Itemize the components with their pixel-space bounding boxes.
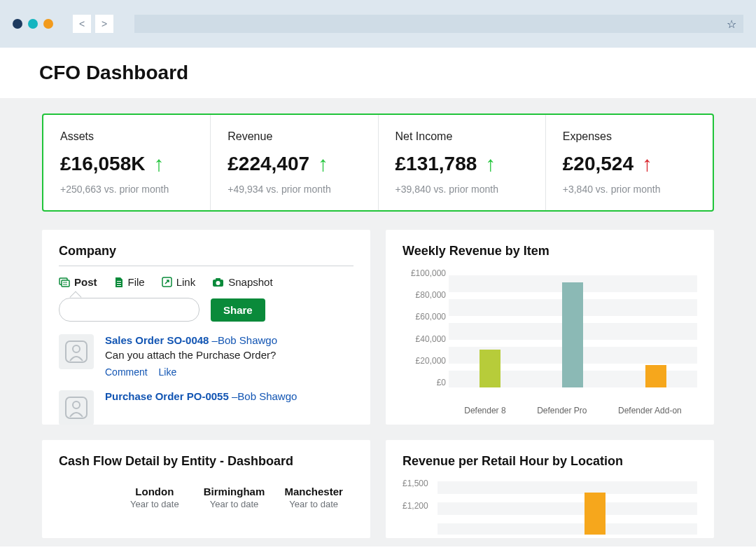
window-dot-icon bbox=[43, 19, 53, 29]
table-column-subheader: Year to date bbox=[115, 499, 195, 509]
kpi-card-expenses: Expenses £20,524 ↑ +3,840 vs. prior mont… bbox=[546, 115, 713, 210]
kpi-value: £224,407 bbox=[227, 153, 309, 175]
post-input[interactable] bbox=[59, 298, 200, 322]
kpi-subtext: +250,663 vs. prior month bbox=[60, 184, 193, 195]
kpi-subtext: +3,840 vs. prior month bbox=[563, 184, 696, 195]
window-dot-icon bbox=[28, 19, 38, 29]
svg-point-14 bbox=[73, 401, 80, 408]
arrow-up-icon: ↑ bbox=[642, 153, 652, 174]
tab-link[interactable]: Link bbox=[162, 276, 196, 288]
window-dot-icon bbox=[13, 19, 22, 29]
window-dots bbox=[13, 19, 53, 29]
revenue-per-hour-chart: £1,500 £1,200 bbox=[402, 479, 697, 535]
svg-rect-4 bbox=[117, 281, 121, 282]
kpi-subtext: +39,840 vs. prior month bbox=[396, 184, 528, 195]
feed-item-author[interactable]: –Bob Shawgo bbox=[212, 334, 277, 346]
feed-tabs: Post File Link bbox=[59, 276, 354, 288]
tab-label: Link bbox=[176, 276, 196, 288]
chart-bar bbox=[562, 282, 583, 387]
tab-file[interactable]: File bbox=[114, 276, 145, 288]
arrow-up-icon: ↑ bbox=[153, 153, 164, 174]
kpi-value: £16,058K bbox=[60, 153, 145, 175]
feed-item: Sales Order SO-0048 –Bob Shawgo Can you … bbox=[59, 334, 354, 378]
revenue-per-hour-panel: Revenue per Retail Hour by Location £1,5… bbox=[386, 440, 714, 538]
panel-title: Weekly Revenue by Item bbox=[402, 244, 697, 259]
company-panel: Company Post File bbox=[42, 230, 370, 425]
nav-buttons: < > bbox=[73, 15, 113, 33]
chart-y-tick: £1,200 bbox=[402, 501, 428, 511]
share-button[interactable]: Share bbox=[211, 298, 265, 322]
feed-item-text: Can you attach the Purchase Order? bbox=[105, 349, 354, 361]
svg-point-12 bbox=[73, 345, 80, 352]
kpi-subtext: +49,934 vs. prior month bbox=[227, 184, 360, 195]
chart-x-tick: Defender Add-on bbox=[618, 406, 682, 415]
kpi-label: Net Income bbox=[396, 130, 528, 143]
kpi-value: £131,788 bbox=[396, 153, 477, 175]
svg-rect-1 bbox=[62, 280, 69, 287]
arrow-up-icon: ↑ bbox=[485, 153, 496, 174]
chart-x-tick: Defender 8 bbox=[464, 406, 505, 415]
kpi-label: Expenses bbox=[563, 130, 696, 143]
tab-label: Post bbox=[74, 276, 97, 288]
table-column-subheader: Year to date bbox=[274, 499, 354, 509]
tab-snapshot[interactable]: Snapshot bbox=[212, 276, 272, 288]
svg-rect-6 bbox=[117, 285, 121, 286]
content-area: Assets £16,058K ↑ +250,663 vs. prior mon… bbox=[0, 98, 756, 546]
avatar-icon bbox=[59, 390, 94, 425]
kpi-card-revenue: Revenue £224,407 ↑ +49,934 vs. prior mon… bbox=[211, 115, 378, 210]
chart-bar bbox=[645, 365, 666, 387]
chart-y-tick: £40,000 bbox=[402, 334, 446, 344]
like-link[interactable]: Like bbox=[159, 366, 177, 378]
file-icon bbox=[114, 277, 124, 288]
browser-chrome: < > ☆ bbox=[0, 0, 756, 48]
chart-y-tick: £60,000 bbox=[402, 312, 446, 322]
svg-rect-5 bbox=[117, 283, 121, 284]
cash-flow-table: London Year to date Birmingham Year to d… bbox=[59, 479, 354, 516]
camera-icon bbox=[212, 277, 224, 287]
svg-point-10 bbox=[216, 281, 220, 285]
comment-link[interactable]: Comment bbox=[105, 366, 148, 378]
chart-y-tick: £0 bbox=[402, 378, 446, 387]
kpi-value: £20,524 bbox=[563, 153, 634, 175]
feed-item-link[interactable]: Sales Order SO-0048 bbox=[105, 334, 209, 346]
cash-flow-panel: Cash Flow Detail by Entity - Dashboard L… bbox=[42, 440, 370, 538]
chart-y-tick: £1,500 bbox=[402, 479, 428, 488]
chart-y-tick: £80,000 bbox=[402, 290, 446, 300]
tab-label: Snapshot bbox=[228, 276, 272, 288]
title-area: CFO Dashboard bbox=[0, 48, 756, 98]
link-icon bbox=[162, 277, 172, 287]
weekly-revenue-panel: Weekly Revenue by Item £100,000£80,000£6… bbox=[386, 230, 714, 425]
bookmark-star-icon[interactable]: ☆ bbox=[727, 18, 736, 31]
feed-item: Purchase Order PO-0055 –Bob Shawgo bbox=[59, 390, 354, 425]
table-column-subheader: Year to date bbox=[195, 499, 274, 509]
feed-item-link[interactable]: Purchase Order PO-0055 bbox=[105, 390, 229, 402]
tab-post[interactable]: Post bbox=[59, 276, 97, 288]
chart-y-tick: £100,000 bbox=[402, 268, 446, 278]
svg-rect-9 bbox=[216, 278, 220, 280]
panel-title: Cash Flow Detail by Entity - Dashboard bbox=[59, 454, 354, 469]
panel-title: Company bbox=[59, 244, 354, 266]
feed-item-author[interactable]: –Bob Shawgo bbox=[232, 390, 297, 402]
avatar-icon bbox=[59, 334, 94, 369]
kpi-card-assets: Assets £16,058K ↑ +250,663 vs. prior mon… bbox=[43, 115, 211, 210]
kpi-label: Revenue bbox=[227, 130, 360, 143]
kpi-card-net-income: Net Income £131,788 ↑ +39,840 vs. prior … bbox=[379, 115, 546, 210]
table-column-header: London bbox=[115, 486, 195, 497]
weekly-revenue-chart: £100,000£80,000£60,000£40,000£20,000£0 D… bbox=[402, 268, 697, 415]
kpi-label: Assets bbox=[60, 130, 193, 143]
post-icon bbox=[59, 277, 70, 288]
tab-label: File bbox=[128, 276, 145, 288]
kpi-row: Assets £16,058K ↑ +250,663 vs. prior mon… bbox=[42, 114, 714, 212]
chart-x-tick: Defender Pro bbox=[537, 406, 587, 415]
chart-bar bbox=[479, 350, 500, 387]
panel-title: Revenue per Retail Hour by Location bbox=[402, 454, 697, 469]
table-column-header: Manchester bbox=[274, 486, 354, 497]
url-bar[interactable]: ☆ bbox=[134, 15, 743, 33]
arrow-up-icon: ↑ bbox=[318, 153, 328, 174]
chart-y-tick: £20,000 bbox=[402, 356, 446, 366]
page-title: CFO Dashboard bbox=[39, 62, 717, 84]
back-button[interactable]: < bbox=[73, 15, 91, 33]
table-column-header: Birmingham bbox=[195, 486, 274, 497]
forward-button[interactable]: > bbox=[95, 15, 113, 33]
chart-bar bbox=[584, 493, 606, 535]
